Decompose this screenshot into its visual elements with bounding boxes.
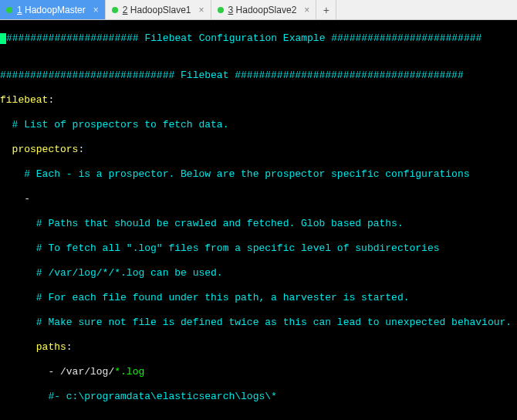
- close-icon[interactable]: ×: [93, 5, 99, 15]
- close-icon[interactable]: ×: [304, 5, 309, 15]
- terminal[interactable]: ###################### Filebeat Configur…: [0, 20, 517, 420]
- tab-label: 2 HadoopSlave1: [123, 5, 191, 15]
- cursor: [0, 33, 6, 44]
- tab-label: 3 HadoopSlave2: [228, 5, 297, 15]
- tab-hadoop-slave1[interactable]: 2 HadoopSlave1 ×: [106, 0, 211, 19]
- editor-content: ###################### Filebeat Configur…: [0, 20, 517, 420]
- status-dot-icon: [218, 7, 224, 13]
- add-tab-button[interactable]: +: [316, 0, 336, 19]
- tab-hadoop-slave2[interactable]: 3 HadoopSlave2 ×: [211, 0, 317, 19]
- status-dot-icon: [112, 7, 118, 13]
- tab-bar: 1 HadoopMaster × 2 HadoopSlave1 × 3 Hado…: [0, 0, 517, 20]
- status-dot-icon: [6, 7, 12, 13]
- close-icon[interactable]: ×: [199, 5, 204, 15]
- tab-hadoop-master[interactable]: 1 HadoopMaster ×: [0, 0, 106, 19]
- tab-label: 1 HadoopMaster: [17, 5, 86, 15]
